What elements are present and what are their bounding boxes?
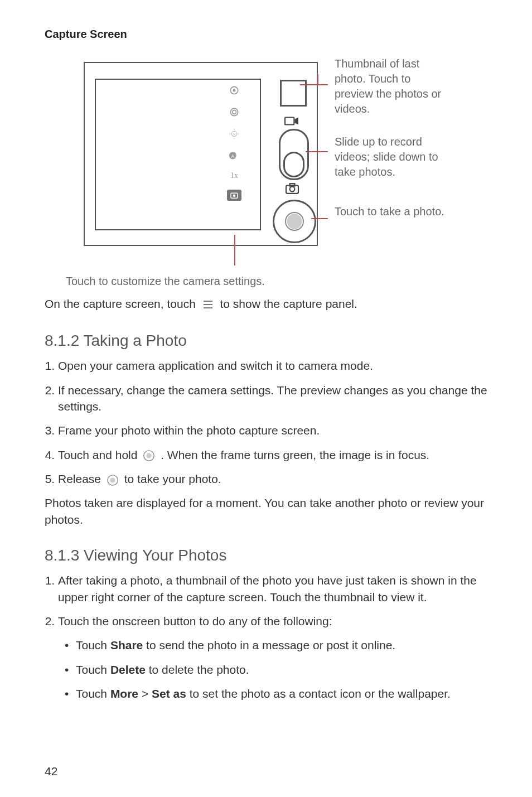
page-number: 42 bbox=[45, 765, 57, 778]
callout-slider: Slide up to record videos; slide down to… bbox=[335, 134, 446, 180]
svg-point-23 bbox=[147, 453, 152, 458]
camera-panel-outline: × A 1x bbox=[84, 62, 318, 246]
text: On the capture screen, touch bbox=[45, 297, 199, 310]
intro-text: On the capture screen, touch to show the… bbox=[45, 296, 487, 313]
flash-icon: A bbox=[228, 149, 240, 162]
bold-text: Delete bbox=[110, 663, 146, 676]
text: to show the capture panel. bbox=[220, 297, 357, 310]
text: to send the photo in a message or post i… bbox=[143, 639, 395, 651]
text: Touch bbox=[76, 663, 110, 676]
callout-line bbox=[306, 151, 328, 152]
text: to delete the photo. bbox=[146, 663, 249, 676]
svg-point-1 bbox=[233, 89, 236, 92]
text: to take your photo. bbox=[124, 472, 221, 485]
callout-thumbnail: Thumbnail of last photo. Touch to previe… bbox=[335, 56, 446, 117]
mode-slider bbox=[279, 129, 309, 180]
callout-shutter: Touch to take a photo. bbox=[335, 204, 446, 219]
photo-mode-icon bbox=[284, 182, 300, 195]
text: Release bbox=[58, 472, 104, 485]
capture-screen-diagram: × A 1x bbox=[61, 56, 452, 268]
svg-point-3 bbox=[233, 110, 236, 114]
bold-text: Share bbox=[110, 639, 143, 651]
steps-813: After taking a photo, a thumbnail of the… bbox=[45, 572, 487, 629]
shutter-icon bbox=[283, 210, 306, 233]
text: Touch and hold bbox=[58, 448, 141, 461]
white-balance-icon bbox=[228, 106, 240, 118]
callout-line bbox=[311, 218, 328, 219]
subsection-813-title: 8.1.3 Viewing Your Photos bbox=[45, 547, 487, 564]
shutter-button-circle bbox=[273, 200, 316, 243]
shutter-icon bbox=[143, 450, 155, 462]
eye-icon bbox=[228, 84, 240, 96]
zoom-level: 1x bbox=[230, 171, 238, 180]
list-item: Open your camera application and switch … bbox=[58, 358, 487, 374]
list-item: Touch Delete to delete the photo. bbox=[65, 661, 487, 678]
svg-point-17 bbox=[290, 187, 295, 192]
list-item: Release to take your photo. bbox=[58, 471, 487, 487]
note-812: Photos taken are displayed for a moment.… bbox=[45, 495, 487, 528]
callout-settings: Touch to customize the camera settings. bbox=[66, 275, 487, 288]
section-heading: Capture Screen bbox=[45, 28, 487, 41]
list-item: Touch and hold . When the frame turns gr… bbox=[58, 447, 487, 463]
callout-line bbox=[234, 235, 235, 265]
text: Touch bbox=[76, 639, 110, 651]
callout-line bbox=[300, 84, 328, 85]
video-mode-icon bbox=[284, 116, 299, 126]
text: . When the frame turns green, the image … bbox=[161, 448, 429, 461]
slider-knob bbox=[283, 152, 304, 177]
menu-icon bbox=[202, 297, 214, 313]
brightness-icon: × bbox=[228, 128, 240, 140]
svg-rect-14 bbox=[285, 118, 294, 125]
svg-point-2 bbox=[230, 108, 238, 115]
subsection-812-title: 8.1.2 Taking a Photo bbox=[45, 332, 487, 350]
text: Touch bbox=[76, 687, 110, 700]
list-item: If necessary, change the camera settings… bbox=[58, 382, 487, 415]
bold-text: Set as bbox=[152, 687, 186, 700]
list-item: Frame your photo within the photo captur… bbox=[58, 422, 487, 438]
steps-812: Open your camera application and switch … bbox=[45, 358, 487, 487]
callout-line bbox=[317, 74, 318, 85]
settings-icons-column: × A 1x bbox=[223, 84, 245, 201]
bold-text: More bbox=[110, 687, 138, 700]
bullets-813: Touch Share to send the photo in a messa… bbox=[65, 637, 487, 702]
text: > bbox=[138, 687, 152, 700]
list-item: Touch Share to send the photo in a messa… bbox=[65, 637, 487, 653]
svg-point-25 bbox=[110, 477, 115, 482]
camera-switch-icon bbox=[227, 190, 241, 201]
text: to set the photo as a contact icon or th… bbox=[186, 687, 451, 700]
shutter-icon bbox=[107, 474, 119, 486]
svg-point-13 bbox=[233, 195, 236, 197]
list-item: Touch More > Set as to set the photo as … bbox=[65, 685, 487, 702]
list-item: After taking a photo, a thumbnail of the… bbox=[58, 572, 487, 605]
list-item: Touch the onscreen button to do any of t… bbox=[58, 613, 487, 629]
svg-text:×: × bbox=[233, 132, 235, 137]
